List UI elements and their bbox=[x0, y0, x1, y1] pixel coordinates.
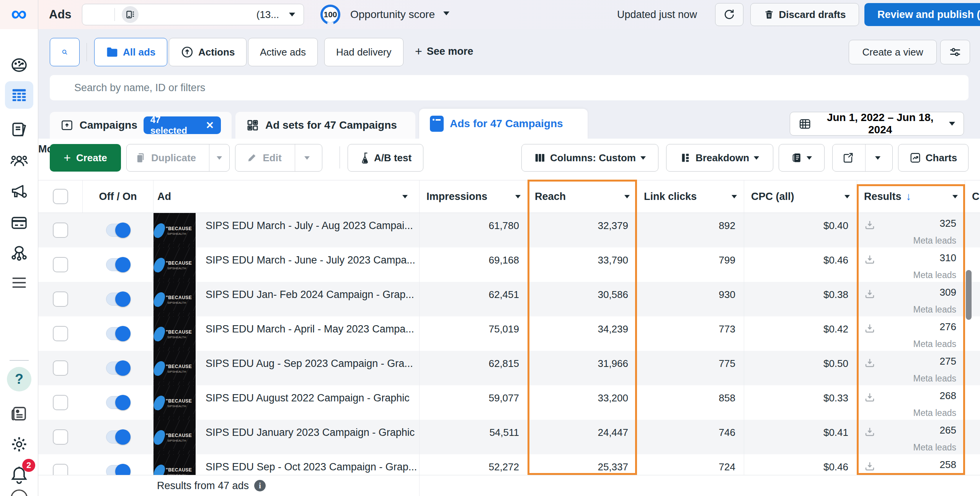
select-all-checkbox[interactable] bbox=[53, 189, 68, 204]
row-checkbox[interactable] bbox=[53, 395, 68, 410]
download-icon[interactable] bbox=[864, 219, 875, 231]
column-header-results[interactable]: Results↓ bbox=[857, 180, 965, 213]
ad-cell[interactable]: "BECAUSESIPSHEALTH SIPS EDU August 2022 … bbox=[153, 385, 419, 420]
opportunity-chevron-icon[interactable] bbox=[443, 11, 449, 15]
row-checkbox[interactable] bbox=[53, 291, 68, 307]
campaigns-folder-icon bbox=[60, 119, 74, 131]
filter-all-ads[interactable]: All ads bbox=[94, 38, 167, 66]
page-title: Ads bbox=[49, 8, 72, 21]
ad-cell[interactable]: "BECAUSESIPSHEALTH SIPS EDU Aug - Sep 20… bbox=[153, 351, 419, 385]
ad-status-toggle[interactable] bbox=[106, 396, 130, 409]
export-button[interactable] bbox=[832, 144, 893, 172]
tab-ads[interactable]: Ads for 47 Campaigns bbox=[419, 109, 588, 139]
info-icon[interactable]: i bbox=[254, 480, 266, 491]
ad-status-toggle[interactable] bbox=[106, 327, 130, 340]
filter-actions[interactable]: Actions bbox=[169, 38, 247, 66]
ad-status-toggle[interactable] bbox=[106, 431, 130, 444]
all-tools-menu-icon[interactable] bbox=[0, 275, 38, 290]
edit-dropdown[interactable] bbox=[295, 144, 319, 171]
search-tools-icon[interactable] bbox=[11, 489, 28, 496]
sidebar-item-reports[interactable] bbox=[0, 120, 38, 139]
sidebar-item-ads-manager[interactable] bbox=[5, 81, 33, 109]
impressions-cell: 62,815 bbox=[419, 351, 528, 385]
download-icon[interactable] bbox=[864, 322, 875, 334]
close-icon[interactable]: ✕ bbox=[206, 119, 214, 131]
sidebar-item-ads-settings[interactable] bbox=[0, 182, 38, 201]
reports-dropdown-button[interactable] bbox=[779, 144, 825, 172]
ad-cell[interactable]: "BECAUSESIPSHEALTH SIPS EDU Sep - Oct 20… bbox=[153, 454, 419, 475]
ad-cell[interactable]: "BECAUSESIPSHEALTH SIPS EDU March - Apri… bbox=[153, 316, 419, 351]
vertical-scrollbar[interactable] bbox=[966, 270, 972, 320]
meta-logo[interactable]: ∞ bbox=[0, 0, 38, 29]
ad-status-toggle[interactable] bbox=[106, 293, 130, 306]
download-icon[interactable] bbox=[864, 357, 875, 368]
column-header-impressions[interactable]: Impressions bbox=[419, 180, 528, 213]
charts-button[interactable]: Charts bbox=[898, 144, 969, 172]
sidebar-item-settings[interactable] bbox=[0, 435, 38, 453]
see-more-filters[interactable]: +See more bbox=[415, 44, 473, 59]
main-area: Ads (13... 100 Opportunity score Updated… bbox=[38, 0, 980, 496]
sidebar-item-billing[interactable] bbox=[0, 214, 38, 232]
row-checkbox[interactable] bbox=[53, 360, 68, 376]
cut-cell bbox=[965, 213, 980, 247]
results-value: 268 bbox=[940, 390, 956, 402]
column-header-ad[interactable]: Ad bbox=[153, 180, 419, 213]
row-checkbox[interactable] bbox=[53, 429, 68, 445]
refresh-button[interactable] bbox=[715, 3, 743, 26]
create-view-button[interactable]: Create a view bbox=[849, 40, 937, 64]
sidebar-item-news[interactable] bbox=[0, 404, 38, 423]
download-icon[interactable] bbox=[864, 288, 875, 300]
review-publish-button[interactable]: Review and publish (1 bbox=[864, 3, 980, 26]
filter-active-ads[interactable]: Active ads bbox=[248, 38, 318, 66]
results-value: 258 bbox=[940, 459, 956, 471]
ad-status-toggle[interactable] bbox=[106, 362, 130, 375]
selected-count-pill[interactable]: 47 selected✕ bbox=[144, 116, 221, 134]
columns-button[interactable]: Columns: Custom bbox=[521, 144, 658, 172]
column-header-cut[interactable]: C bbox=[965, 180, 980, 213]
row-checkbox[interactable] bbox=[53, 223, 68, 238]
column-header-cpc[interactable]: CPC (all) bbox=[744, 180, 857, 213]
ad-cell[interactable]: "BECAUSESIPSHEALTH SIPS EDU Jan- Feb 202… bbox=[153, 282, 419, 316]
tab-ad-sets[interactable]: Ad sets for 47 Campaigns bbox=[235, 112, 415, 139]
duplicate-dropdown[interactable] bbox=[209, 144, 229, 171]
download-icon[interactable] bbox=[864, 426, 875, 437]
level-tabs: Campaigns 47 selected✕ Ad sets for 47 Ca… bbox=[38, 109, 980, 139]
ad-status-toggle[interactable] bbox=[106, 224, 130, 237]
ab-test-button[interactable]: A/B test bbox=[348, 144, 423, 172]
column-header-reach[interactable]: Reach bbox=[528, 180, 637, 213]
table-body: "BECAUSESIPSHEALTH SIPS EDU March - July… bbox=[38, 213, 980, 475]
ad-cell[interactable]: "BECAUSESIPSHEALTH SIPS EDU March - June… bbox=[153, 247, 419, 282]
download-icon[interactable] bbox=[864, 254, 875, 265]
sidebar-item-audiences[interactable] bbox=[0, 152, 38, 170]
ad-cell[interactable]: "BECAUSESIPSHEALTH SIPS EDU March - July… bbox=[153, 213, 419, 247]
edit-button[interactable]: Edit bbox=[235, 144, 322, 172]
date-range-picker[interactable]: Jun 1, 2022 – Jun 18, 2024 bbox=[790, 112, 964, 136]
filter-had-delivery[interactable]: Had delivery bbox=[324, 38, 403, 66]
duplicate-button[interactable]: Duplicate bbox=[126, 144, 230, 172]
download-icon[interactable] bbox=[864, 391, 875, 403]
search-input[interactable] bbox=[50, 82, 969, 94]
ad-cell[interactable]: "BECAUSESIPSHEALTH SIPS EDU January 2023… bbox=[153, 420, 419, 454]
ad-name: SIPS EDU Jan- Feb 2024 Campaign - Grap..… bbox=[196, 289, 414, 301]
row-checkbox[interactable] bbox=[53, 257, 68, 272]
row-checkbox[interactable] bbox=[53, 464, 68, 475]
column-header-link-clicks[interactable]: Link clicks bbox=[637, 180, 744, 213]
view-settings-button[interactable] bbox=[940, 40, 970, 64]
sidebar-item-events-manager[interactable] bbox=[0, 244, 38, 262]
overview-gauge-icon[interactable] bbox=[0, 56, 38, 74]
help-button[interactable]: ? bbox=[7, 367, 31, 391]
column-header-off-on[interactable]: Off / On bbox=[82, 180, 153, 213]
tab-campaigns[interactable]: Campaigns 47 selected✕ bbox=[50, 112, 232, 139]
discard-drafts-button[interactable]: Discard drafts bbox=[750, 3, 859, 26]
ad-status-toggle[interactable] bbox=[106, 258, 130, 271]
search-filter-button[interactable] bbox=[50, 38, 80, 66]
export-dropdown[interactable] bbox=[865, 144, 890, 171]
breakdown-button[interactable]: Breakdown bbox=[666, 144, 773, 172]
download-icon[interactable] bbox=[864, 460, 875, 472]
row-checkbox[interactable] bbox=[53, 326, 68, 341]
ad-status-toggle[interactable] bbox=[106, 465, 130, 475]
create-button[interactable]: +Create bbox=[50, 144, 121, 172]
ad-account-selector[interactable]: (13... bbox=[82, 4, 304, 25]
notifications-button[interactable]: 2 bbox=[9, 464, 29, 486]
topbar: Ads (13... 100 Opportunity score Updated… bbox=[38, 0, 980, 29]
